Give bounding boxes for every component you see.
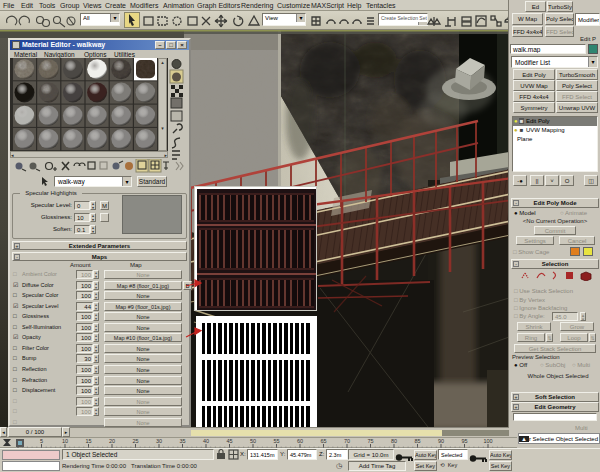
svg-text:20: 20 [109, 438, 115, 444]
svg-text:5: 5 [40, 438, 43, 444]
svg-text:50: 50 [250, 438, 256, 444]
svg-text:85: 85 [414, 438, 420, 444]
svg-text:60: 60 [297, 438, 303, 444]
svg-text:55: 55 [273, 438, 279, 444]
svg-text:25: 25 [132, 438, 138, 444]
svg-text:45: 45 [226, 438, 232, 444]
svg-text:15: 15 [85, 438, 91, 444]
svg-text:80: 80 [391, 438, 397, 444]
svg-text:30: 30 [156, 438, 162, 444]
svg-text:95: 95 [461, 438, 467, 444]
svg-text:100: 100 [483, 438, 492, 444]
svg-text:70: 70 [344, 438, 350, 444]
svg-text:10: 10 [62, 438, 68, 444]
svg-text:40: 40 [203, 438, 209, 444]
svg-text:75: 75 [367, 438, 373, 444]
svg-text:90: 90 [438, 438, 444, 444]
svg-text:35: 35 [179, 438, 185, 444]
svg-text:65: 65 [320, 438, 326, 444]
